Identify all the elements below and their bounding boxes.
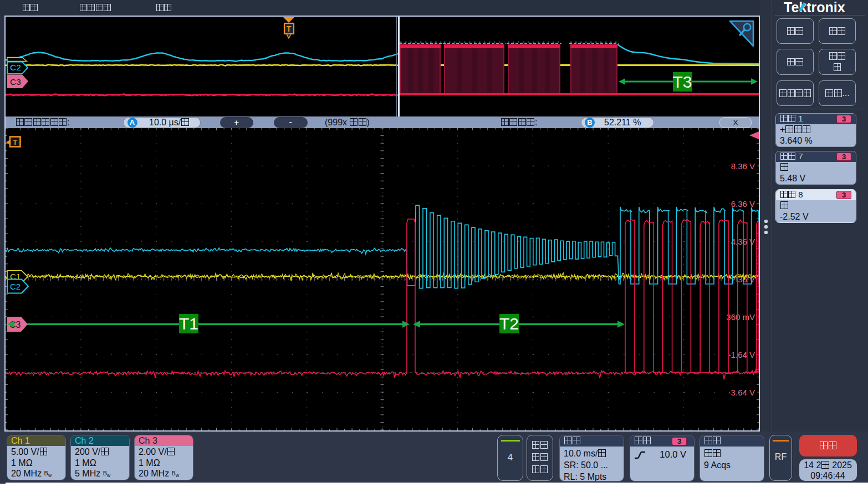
svg-text:T1: T1 (179, 314, 198, 333)
svg-text:C2: C2 (10, 282, 21, 291)
svg-text:-3.64 V: -3.64 V (728, 388, 755, 397)
svg-text:6.36 V: 6.36 V (731, 199, 755, 209)
svg-text:8.36 V: 8.36 V (731, 161, 755, 171)
svg-text:-1.64 V: -1.64 V (728, 350, 755, 359)
svg-text:T2: T2 (499, 314, 519, 333)
svg-text:T: T (13, 138, 17, 146)
svg-text:C3: C3 (10, 77, 21, 87)
svg-text:360 mV: 360 mV (726, 312, 755, 322)
svg-text:T3: T3 (672, 73, 692, 91)
svg-text:C2: C2 (10, 63, 21, 72)
svg-text:T: T (287, 24, 292, 33)
